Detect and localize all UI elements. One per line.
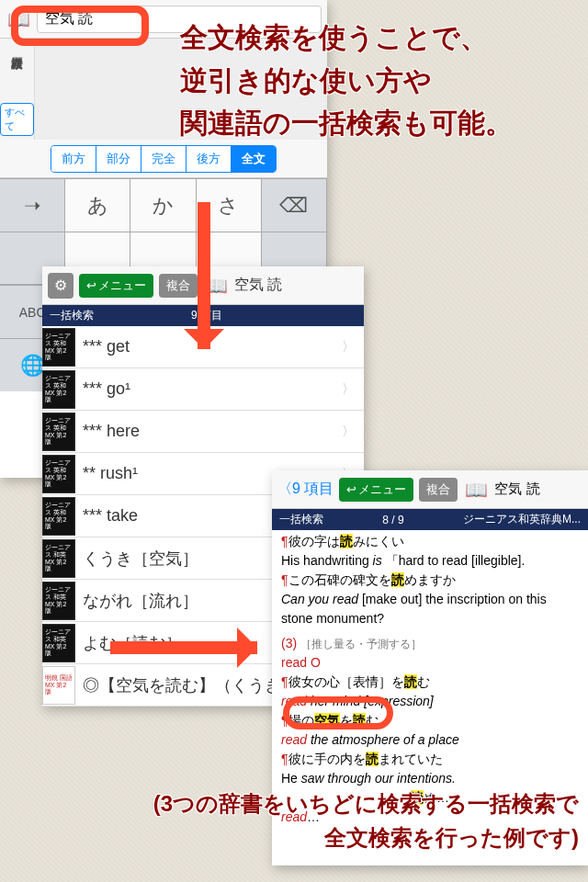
entry-body: ¶彼の字は読みにくい His handwriting is 「hard to r… [272,530,588,829]
history-sidebar: 検索語履歴 すべて [0,39,35,140]
dict-thumb-ej: ジーニアス 英和MX 第2版 [42,328,75,367]
seg-fulltext[interactable]: 全文 [232,146,276,172]
kb-ka[interactable]: か [130,179,196,232]
chevron-right-icon: 〉 [342,339,355,356]
banner-left-2: 一括検索 [50,308,94,323]
seg-backward[interactable]: 後方 [187,146,232,172]
dict-thumb-je: ジーニアス 和英MX 第2版 [42,582,75,620]
kb-row-1: ➝ あ か さ ⌫ [0,178,327,232]
arrow-right-icon [110,641,257,654]
mode-button-2[interactable]: 複合 [159,274,198,298]
dict-thumb-ej: ジーニアス 英和MX 第2版 [42,497,75,536]
callout-bottom: (3つの辞書をいちどに検索する一括検索で 全文検索を行った例です) [18,786,579,854]
filter-pill[interactable]: すべて [0,103,34,136]
menu-button-3[interactable]: ↩メニュー [339,478,413,502]
result-row[interactable]: ジーニアス 英和MX 第2版*** go¹〉 [42,368,364,411]
kb-a[interactable]: あ [65,179,130,232]
entry-banner: 一括検索 8 / 9 ジーニアス和英辞典M... [272,509,588,530]
highlight-example [283,696,393,729]
entry-headword: read O [281,653,579,673]
dict-thumb-ej: ジーニアス 英和MX 第2版 [42,370,75,409]
book-icon-3[interactable]: 📖 [463,477,489,503]
dict-thumb-je: ジーニアス 和英MX 第2版 [42,539,75,578]
mode-button-3[interactable]: 複合 [419,478,458,502]
kb-left-arrow[interactable]: ➝ [0,179,65,232]
search-text-3: 空気 読 [494,481,539,498]
kb-backspace[interactable]: ⌫ [262,179,327,232]
search-text-2: 空気 読 [234,276,282,295]
segment-bar: 前方 部分 完全 後方 全文 [0,140,327,178]
seg-forward[interactable]: 前方 [51,146,96,172]
arrow-down-icon [198,202,210,349]
match-segment[interactable]: 前方 部分 完全 後方 全文 [51,145,277,173]
seg-exact[interactable]: 完全 [141,146,187,172]
gear-icon[interactable]: ⚙ [48,273,74,299]
banner-left-3: 一括検索 [279,512,323,527]
chevron-right-icon: 〉 [342,381,355,398]
banner-pos: 8 / 9 [382,514,403,526]
dict-thumb-ej: ジーニアス 英和MX 第2版 [42,413,75,451]
callout-top: 全文検索を使うことで、 逆引き的な使い方や 関連語の一括検索も可能。 [180,17,513,145]
dict-thumb-ej: ジーニアス 英和MX 第2版 [42,455,75,493]
banner-dict: ジーニアス和英辞典M... [463,512,581,527]
back-button[interactable]: 〈9 項目 [277,480,334,499]
menu-button-2[interactable]: ↩メニュー [79,274,153,298]
seg-partial[interactable]: 部分 [96,146,141,172]
result-row[interactable]: ジーニアス 英和MX 第2版*** here〉 [42,411,364,453]
highlight-search [11,6,149,46]
topbar-3: 〈9 項目 ↩メニュー 複合 📖 空気 読 [272,470,588,509]
dict-thumb-je: ジーニアス 和英MX 第2版 [42,624,75,662]
dict-thumb-mk: 明鏡 国語MX 第2版 [42,666,75,705]
chevron-right-icon: 〉 [342,424,355,440]
